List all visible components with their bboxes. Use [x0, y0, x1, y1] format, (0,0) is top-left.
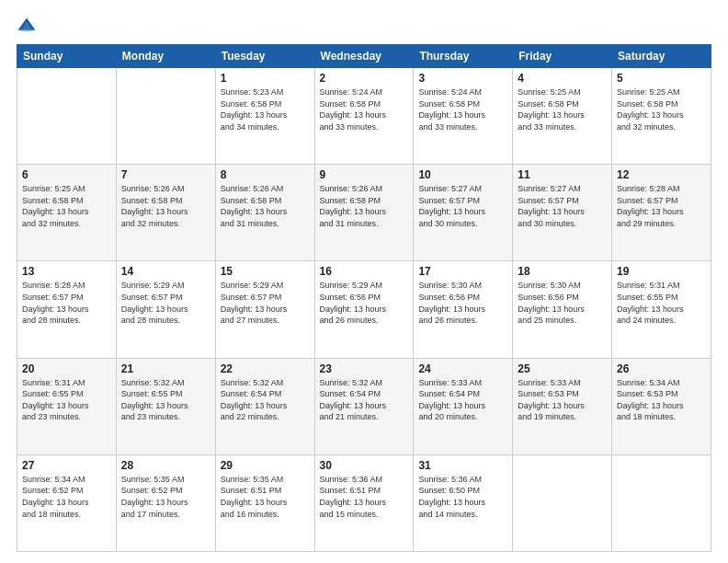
day-number: 14	[121, 265, 210, 278]
calendar-cell	[116, 68, 215, 165]
calendar-cell: 21Sunrise: 5:32 AM Sunset: 6:55 PM Dayli…	[116, 358, 215, 454]
calendar-cell: 15Sunrise: 5:29 AM Sunset: 6:57 PM Dayli…	[215, 261, 314, 358]
weekday-header-friday: Friday	[513, 45, 612, 68]
weekday-header-wednesday: Wednesday	[314, 45, 414, 68]
calendar-cell: 26Sunrise: 5:34 AM Sunset: 6:53 PM Dayli…	[612, 358, 711, 454]
calendar-cell: 10Sunrise: 5:27 AM Sunset: 6:57 PM Dayli…	[414, 165, 513, 261]
weekday-header-sunday: Sunday	[17, 45, 117, 68]
day-number: 11	[518, 168, 607, 181]
calendar-cell: 7Sunrise: 5:26 AM Sunset: 6:58 PM Daylig…	[116, 165, 215, 261]
cell-info: Sunrise: 5:28 AM Sunset: 6:57 PM Dayligh…	[22, 280, 111, 326]
day-number: 26	[617, 362, 706, 375]
calendar-cell: 24Sunrise: 5:33 AM Sunset: 6:54 PM Dayli…	[414, 358, 513, 454]
calendar-cell: 8Sunrise: 5:26 AM Sunset: 6:58 PM Daylig…	[215, 165, 314, 261]
cell-info: Sunrise: 5:24 AM Sunset: 6:58 PM Dayligh…	[320, 86, 409, 132]
cell-info: Sunrise: 5:34 AM Sunset: 6:53 PM Dayligh…	[617, 377, 706, 423]
day-number: 22	[221, 362, 310, 375]
cell-info: Sunrise: 5:33 AM Sunset: 6:54 PM Dayligh…	[418, 377, 507, 423]
day-number: 13	[22, 265, 111, 278]
calendar-cell: 29Sunrise: 5:35 AM Sunset: 6:51 PM Dayli…	[215, 454, 314, 551]
day-number: 25	[518, 362, 607, 375]
day-number: 9	[320, 168, 409, 181]
cell-info: Sunrise: 5:27 AM Sunset: 6:57 PM Dayligh…	[418, 183, 507, 229]
calendar-cell: 11Sunrise: 5:27 AM Sunset: 6:57 PM Dayli…	[513, 165, 612, 261]
calendar-cell: 5Sunrise: 5:25 AM Sunset: 6:58 PM Daylig…	[612, 68, 711, 165]
day-number: 31	[418, 459, 507, 472]
calendar-week-2: 6Sunrise: 5:25 AM Sunset: 6:58 PM Daylig…	[17, 165, 711, 261]
day-number: 4	[518, 72, 607, 85]
calendar-cell: 17Sunrise: 5:30 AM Sunset: 6:56 PM Dayli…	[414, 261, 513, 358]
weekday-header-monday: Monday	[116, 45, 215, 68]
day-number: 2	[320, 72, 409, 85]
cell-info: Sunrise: 5:29 AM Sunset: 6:57 PM Dayligh…	[121, 280, 210, 326]
calendar-cell: 28Sunrise: 5:35 AM Sunset: 6:52 PM Dayli…	[116, 454, 215, 551]
cell-info: Sunrise: 5:25 AM Sunset: 6:58 PM Dayligh…	[518, 86, 607, 132]
cell-info: Sunrise: 5:31 AM Sunset: 6:55 PM Dayligh…	[22, 377, 111, 423]
cell-info: Sunrise: 5:33 AM Sunset: 6:53 PM Dayligh…	[518, 377, 607, 423]
weekday-header-thursday: Thursday	[414, 45, 513, 68]
calendar-cell	[513, 454, 612, 551]
day-number: 29	[221, 459, 310, 472]
day-number: 23	[320, 362, 409, 375]
day-number: 1	[221, 72, 310, 85]
day-number: 7	[121, 168, 210, 181]
calendar-cell: 19Sunrise: 5:31 AM Sunset: 6:55 PM Dayli…	[612, 261, 711, 358]
day-number: 5	[617, 72, 706, 85]
cell-info: Sunrise: 5:23 AM Sunset: 6:58 PM Dayligh…	[221, 86, 310, 132]
calendar-cell	[612, 454, 711, 551]
calendar-table: SundayMondayTuesdayWednesdayThursdayFrid…	[17, 44, 711, 552]
calendar-cell: 4Sunrise: 5:25 AM Sunset: 6:58 PM Daylig…	[513, 68, 612, 165]
day-number: 27	[22, 459, 111, 472]
calendar-cell: 6Sunrise: 5:25 AM Sunset: 6:58 PM Daylig…	[17, 165, 117, 261]
calendar-week-3: 13Sunrise: 5:28 AM Sunset: 6:57 PM Dayli…	[17, 261, 711, 358]
logo-icon	[17, 17, 37, 37]
day-number: 28	[121, 459, 210, 472]
cell-info: Sunrise: 5:24 AM Sunset: 6:58 PM Dayligh…	[418, 86, 507, 132]
calendar-cell: 13Sunrise: 5:28 AM Sunset: 6:57 PM Dayli…	[17, 261, 117, 358]
calendar-cell: 25Sunrise: 5:33 AM Sunset: 6:53 PM Dayli…	[513, 358, 612, 454]
calendar-cell: 16Sunrise: 5:29 AM Sunset: 6:56 PM Dayli…	[314, 261, 414, 358]
calendar-cell: 3Sunrise: 5:24 AM Sunset: 6:58 PM Daylig…	[414, 68, 513, 165]
calendar-cell: 22Sunrise: 5:32 AM Sunset: 6:54 PM Dayli…	[215, 358, 314, 454]
logo	[17, 17, 40, 37]
calendar-cell: 14Sunrise: 5:29 AM Sunset: 6:57 PM Dayli…	[116, 261, 215, 358]
cell-info: Sunrise: 5:30 AM Sunset: 6:56 PM Dayligh…	[518, 280, 607, 326]
cell-info: Sunrise: 5:29 AM Sunset: 6:56 PM Dayligh…	[320, 280, 409, 326]
day-number: 3	[418, 72, 507, 85]
day-number: 8	[221, 168, 310, 181]
cell-info: Sunrise: 5:36 AM Sunset: 6:50 PM Dayligh…	[418, 474, 507, 520]
calendar-week-1: 1Sunrise: 5:23 AM Sunset: 6:58 PM Daylig…	[17, 68, 711, 165]
cell-info: Sunrise: 5:36 AM Sunset: 6:51 PM Dayligh…	[320, 474, 409, 520]
calendar-cell: 20Sunrise: 5:31 AM Sunset: 6:55 PM Dayli…	[17, 358, 117, 454]
calendar-cell: 27Sunrise: 5:34 AM Sunset: 6:52 PM Dayli…	[17, 454, 117, 551]
calendar-cell: 2Sunrise: 5:24 AM Sunset: 6:58 PM Daylig…	[314, 68, 414, 165]
cell-info: Sunrise: 5:31 AM Sunset: 6:55 PM Dayligh…	[617, 280, 706, 326]
cell-info: Sunrise: 5:25 AM Sunset: 6:58 PM Dayligh…	[22, 183, 111, 229]
cell-info: Sunrise: 5:34 AM Sunset: 6:52 PM Dayligh…	[22, 474, 111, 520]
day-number: 18	[518, 265, 607, 278]
cell-info: Sunrise: 5:30 AM Sunset: 6:56 PM Dayligh…	[418, 280, 507, 326]
day-number: 17	[418, 265, 507, 278]
cell-info: Sunrise: 5:26 AM Sunset: 6:58 PM Dayligh…	[320, 183, 409, 229]
day-number: 15	[221, 265, 310, 278]
calendar-cell: 1Sunrise: 5:23 AM Sunset: 6:58 PM Daylig…	[215, 68, 314, 165]
cell-info: Sunrise: 5:27 AM Sunset: 6:57 PM Dayligh…	[518, 183, 607, 229]
cell-info: Sunrise: 5:32 AM Sunset: 6:54 PM Dayligh…	[320, 377, 409, 423]
cell-info: Sunrise: 5:35 AM Sunset: 6:51 PM Dayligh…	[221, 474, 310, 520]
calendar-week-4: 20Sunrise: 5:31 AM Sunset: 6:55 PM Dayli…	[17, 358, 711, 454]
weekday-header-saturday: Saturday	[612, 45, 711, 68]
calendar-cell	[17, 68, 117, 165]
day-number: 19	[617, 265, 706, 278]
calendar-cell: 9Sunrise: 5:26 AM Sunset: 6:58 PM Daylig…	[314, 165, 414, 261]
cell-info: Sunrise: 5:25 AM Sunset: 6:58 PM Dayligh…	[617, 86, 706, 132]
day-number: 10	[418, 168, 507, 181]
day-number: 24	[418, 362, 507, 375]
header	[17, 17, 711, 37]
cell-info: Sunrise: 5:35 AM Sunset: 6:52 PM Dayligh…	[121, 474, 210, 520]
day-number: 21	[121, 362, 210, 375]
day-number: 16	[320, 265, 409, 278]
calendar-cell: 31Sunrise: 5:36 AM Sunset: 6:50 PM Dayli…	[414, 454, 513, 551]
cell-info: Sunrise: 5:32 AM Sunset: 6:55 PM Dayligh…	[121, 377, 210, 423]
calendar-cell: 30Sunrise: 5:36 AM Sunset: 6:51 PM Dayli…	[314, 454, 414, 551]
page: SundayMondayTuesdayWednesdayThursdayFrid…	[0, 0, 728, 563]
